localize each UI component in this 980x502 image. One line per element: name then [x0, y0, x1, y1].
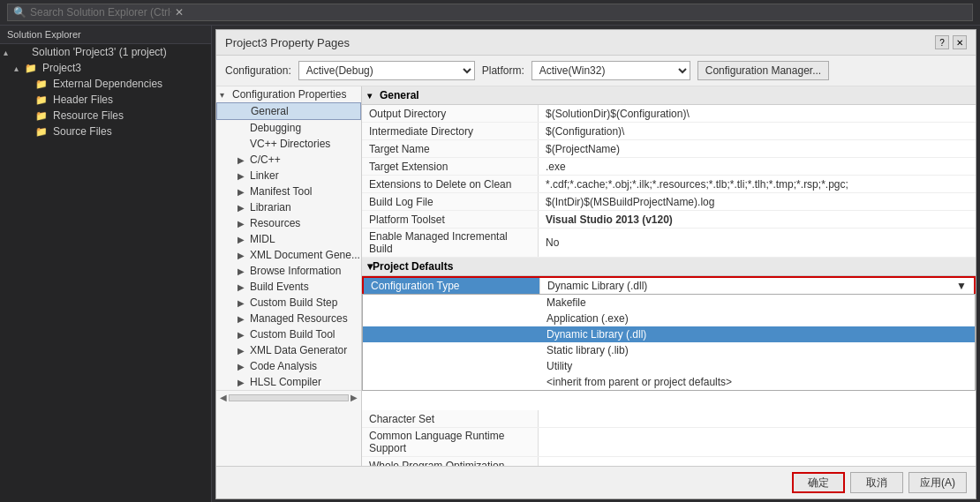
code-analysis-node[interactable]: ▶ Code Analysis	[216, 358, 361, 374]
source-files-node[interactable]: 📁 Source Files	[0, 124, 211, 139]
incremental-build-name: Enable Managed Incremental Build	[362, 229, 539, 257]
platform-toolset-value[interactable]: Visual Studio 2013 (v120)	[539, 211, 976, 228]
build-events-node[interactable]: ▶ Build Events	[216, 279, 361, 295]
clr-support-value[interactable]	[539, 428, 976, 456]
browse-info-node[interactable]: ▶ Browse Information	[216, 263, 361, 279]
solution-label: Solution 'Project3' (1 project)	[32, 46, 167, 58]
resources-arrow: ▶	[237, 219, 250, 229]
search-input[interactable]	[30, 6, 171, 19]
midl-node[interactable]: ▶ MIDL	[216, 231, 361, 247]
tree-scroll-bar[interactable]: ◀ ▶	[216, 390, 361, 404]
config-manager-button[interactable]: Configuration Manager...	[697, 61, 829, 80]
scroll-right-arrow[interactable]: ▶	[351, 393, 358, 402]
build-log-value[interactable]: $(IntDir)$(MSBuildProjectName).log	[539, 193, 976, 210]
incremental-build-value[interactable]: No	[539, 229, 976, 257]
config-type-value[interactable]: Dynamic Library (.dll) ▼	[540, 278, 974, 294]
external-deps-node[interactable]: 📁 External Dependencies	[0, 76, 211, 92]
dropdown-container: Use of MFC Makefile Application (.exe) D…	[362, 296, 976, 466]
solution-arrow: ▴	[4, 48, 14, 57]
build-log-name: Build Log File	[362, 193, 539, 210]
cpp-node[interactable]: ▶ C/C++	[216, 152, 361, 168]
ext-delete-value[interactable]: *.cdf;*.cache;*.obj;*.ilk;*.resources;*.…	[539, 176, 976, 192]
dropdown-item-static-lib[interactable]: Static library (.lib)	[363, 342, 975, 358]
ext-delete-row: Extensions to Delete on Clean *.cdf;*.ca…	[362, 176, 976, 193]
target-ext-value[interactable]: .exe	[539, 158, 976, 175]
dropdown-item-dynamic-lib[interactable]: Dynamic Library (.dll)	[363, 326, 975, 342]
scroll-left-arrow[interactable]: ◀	[220, 393, 227, 402]
project-arrow: ▴	[14, 64, 25, 73]
search-box-container[interactable]: 🔍 ✕	[7, 4, 973, 21]
intermediate-dir-value[interactable]: $(Configuration)\	[539, 123, 976, 139]
help-button[interactable]: ?	[935, 35, 949, 49]
midl-label: MIDL	[250, 233, 275, 245]
project-node[interactable]: ▴ 📁 Project3	[0, 60, 211, 76]
general-label: General	[251, 105, 289, 117]
general-node[interactable]: General	[216, 102, 361, 120]
close-button[interactable]: ✕	[953, 35, 967, 49]
dialog-controls: ? ✕	[935, 35, 967, 49]
resource-files-node[interactable]: 📁 Resource Files	[0, 108, 211, 124]
custom-build-tool-node[interactable]: ▶ Custom Build Tool	[216, 326, 361, 342]
platform-label: Platform:	[482, 64, 524, 77]
property-content: ▾ General Output Directory $(SolutionDir…	[362, 86, 976, 466]
config-props-label: Configuration Properties	[232, 88, 346, 101]
xml-data-gen-node[interactable]: ▶ XML Data Generator	[216, 342, 361, 358]
general-section-header[interactable]: ▾ General	[362, 86, 976, 105]
target-name-value[interactable]: $(ProjectName)	[539, 140, 976, 157]
platform-select[interactable]: Active(Win32)	[531, 61, 690, 80]
clr-support-name: Common Language Runtime Support	[362, 428, 539, 456]
apply-button[interactable]: 应用(A)	[908, 472, 967, 493]
whole-program-value[interactable]	[539, 457, 976, 466]
vc-dirs-node[interactable]: VC++ Directories	[216, 136, 361, 152]
managed-resources-arrow: ▶	[237, 314, 250, 324]
librarian-node[interactable]: ▶ Librarian	[216, 199, 361, 215]
dropdown-item-utility[interactable]: Utility	[363, 358, 975, 374]
header-files-node[interactable]: 📁 Header Files	[0, 92, 211, 108]
ext-icon: 📁	[35, 79, 49, 90]
confirm-button[interactable]: 确定	[792, 472, 845, 493]
config-type-current-value: Dynamic Library (.dll)	[547, 280, 647, 292]
configuration-select[interactable]: Active(Debug)	[298, 61, 475, 80]
cancel-button[interactable]: 取消	[850, 472, 903, 493]
build-events-label: Build Events	[250, 281, 309, 293]
manifest-tool-node[interactable]: ▶ Manifest Tool	[216, 184, 361, 199]
vc-dirs-label: VC++ Directories	[250, 138, 330, 150]
dropdown-item-makefile[interactable]: Makefile	[363, 295, 975, 311]
output-dir-row: Output Directory $(SolutionDir)$(Configu…	[362, 105, 976, 123]
incremental-build-row: Enable Managed Incremental Build No	[362, 229, 976, 258]
cpp-label: C/C++	[250, 154, 281, 166]
hlsl-compiler-node[interactable]: ▶ HLSL Compiler	[216, 374, 361, 390]
output-dir-name: Output Directory	[362, 105, 539, 122]
managed-resources-node[interactable]: ▶ Managed Resources	[216, 311, 361, 326]
character-set-value[interactable]	[539, 410, 976, 427]
config-type-dropdown-arrow[interactable]: ▼	[956, 280, 967, 292]
dropdown-item-inherit[interactable]: <inherit from parent or project defaults…	[363, 374, 975, 390]
clr-support-row: Common Language Runtime Support	[362, 428, 976, 457]
xml-doc-node[interactable]: ▶ XML Document Gene...	[216, 247, 361, 263]
dropdown-item-application[interactable]: Application (.exe)	[363, 311, 975, 326]
debugging-node[interactable]: Debugging	[216, 120, 361, 136]
project-icon: 📁	[25, 63, 39, 74]
whole-program-name: Whole Program Optimization	[362, 457, 539, 466]
code-analysis-label: Code Analysis	[250, 360, 317, 372]
solution-explorer-title: Solution Explorer	[0, 26, 211, 44]
custom-build-step-arrow: ▶	[237, 298, 250, 308]
custom-build-step-node[interactable]: ▶ Custom Build Step	[216, 295, 361, 311]
solution-node[interactable]: ▴ Solution 'Project3' (1 project)	[0, 44, 211, 60]
close-search-icon[interactable]: ✕	[175, 6, 184, 19]
managed-resources-label: Managed Resources	[250, 312, 348, 325]
custom-build-tool-arrow: ▶	[237, 330, 250, 340]
target-ext-row: Target Extension .exe	[362, 158, 976, 176]
resources-node[interactable]: ▶ Resources	[216, 215, 361, 231]
use-mfc-value[interactable]: Makefile Application (.exe) Dynamic Libr…	[539, 296, 976, 312]
linker-node[interactable]: ▶ Linker	[216, 168, 361, 184]
main-container: Solution Explorer ▴ Solution 'Project3' …	[0, 26, 980, 502]
custom-build-tool-label: Custom Build Tool	[250, 328, 335, 341]
hlsl-compiler-label: HLSL Compiler	[250, 376, 321, 388]
output-dir-value[interactable]: $(SolutionDir)$(Configuration)\	[539, 105, 976, 122]
project-defaults-section-header[interactable]: ▾ Project Defaults	[362, 258, 976, 276]
config-props-node[interactable]: ▾ Configuration Properties	[216, 86, 361, 102]
header-files-label: Header Files	[53, 94, 113, 106]
character-set-name: Character Set	[362, 410, 539, 427]
xml-data-gen-arrow: ▶	[237, 346, 250, 356]
